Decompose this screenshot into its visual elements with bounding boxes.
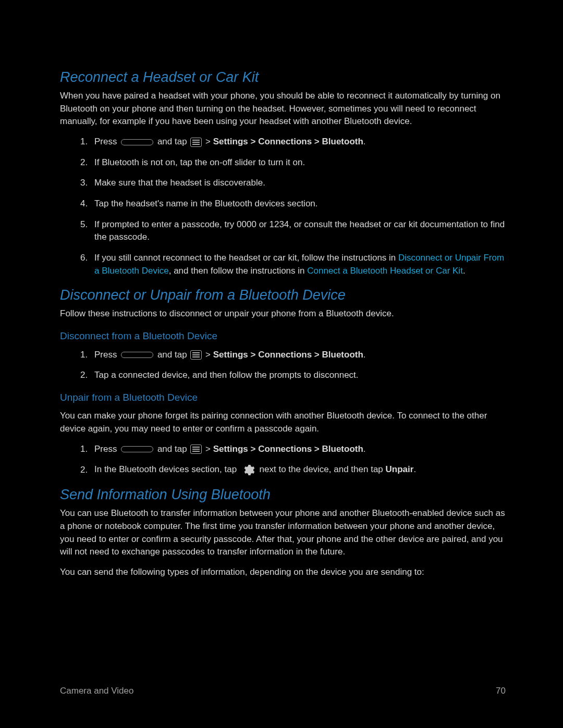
home-button-icon <box>121 350 153 360</box>
text: . <box>463 266 466 276</box>
text: . <box>363 137 366 146</box>
text: Press <box>94 444 119 454</box>
text: In the Bluetooth devices section, tap <box>94 465 239 475</box>
step-item: Tap the headset's name in the Bluetooth … <box>90 198 506 211</box>
text: , and then follow the instructions in <box>169 266 308 276</box>
step-item: If prompted to enter a passcode, try 000… <box>90 218 506 244</box>
send-info-para1: You can use Bluetooth to transfer inform… <box>60 507 506 559</box>
step-item: Press and tap > Settings > Connections >… <box>90 349 506 362</box>
heading-send-info: Send Information Using Bluetooth <box>60 485 506 505</box>
unpair-steps: Press and tap > Settings > Connections >… <box>60 443 506 477</box>
text: . <box>363 350 366 360</box>
text: If you still cannot reconnect to the hea… <box>94 253 398 263</box>
nav-path: Settings > Connections > Bluetooth <box>213 350 363 360</box>
unpair-label: Unpair <box>386 465 414 475</box>
text: and tap <box>155 444 189 454</box>
link-connect-headset[interactable]: Connect a Bluetooth Headset or Car Kit <box>307 266 463 276</box>
step-item: If Bluetooth is not on, tap the on-off s… <box>90 156 506 169</box>
step-item: Press and tap > Settings > Connections >… <box>90 135 506 149</box>
reconnect-intro: When you have paired a headset with your… <box>60 90 506 128</box>
subheading-disconnect: Disconnect from a Bluetooth Device <box>60 329 506 343</box>
step-item: Tap a connected device, and then follow … <box>90 369 506 382</box>
text: > <box>203 137 213 146</box>
text: Press <box>94 137 119 146</box>
page-footer: Camera and Video 70 <box>60 685 506 698</box>
disconnect-intro: Follow these instructions to disconnect … <box>60 307 506 320</box>
gear-icon <box>241 463 255 477</box>
text: Press <box>94 350 119 360</box>
text: > <box>203 350 213 360</box>
step-item: Press and tap > Settings > Connections >… <box>90 443 506 456</box>
text: . <box>363 444 366 454</box>
home-button-icon <box>121 445 153 454</box>
unpair-intro: You can make your phone forget its pairi… <box>60 410 506 435</box>
send-info-para2: You can send the following types of info… <box>60 566 506 579</box>
step-item: If you still cannot reconnect to the hea… <box>90 252 506 277</box>
footer-section-title: Camera and Video <box>60 685 133 698</box>
text: and tap <box>155 350 189 360</box>
text: and tap <box>155 137 189 146</box>
menu-icon <box>190 350 202 360</box>
menu-icon <box>190 445 202 454</box>
step-item: In the Bluetooth devices section, tap ne… <box>90 463 506 477</box>
text: > <box>203 444 213 454</box>
heading-disconnect-unpair: Disconnect or Unpair from a Bluetooth De… <box>60 285 506 305</box>
page-number: 70 <box>496 685 506 698</box>
menu-icon <box>190 138 202 147</box>
subheading-unpair: Unpair from a Bluetooth Device <box>60 390 506 405</box>
nav-path: Settings > Connections > Bluetooth <box>213 444 363 454</box>
reconnect-steps: Press and tap > Settings > Connections >… <box>60 135 506 277</box>
text: next to the device, and then tap <box>257 465 386 475</box>
heading-reconnect: Reconnect a Headset or Car Kit <box>60 67 506 88</box>
disconnect-steps: Press and tap > Settings > Connections >… <box>60 349 506 382</box>
text: . <box>413 465 416 475</box>
home-button-icon <box>121 138 153 147</box>
nav-path: Settings > Connections > Bluetooth <box>213 137 363 146</box>
step-item: Make sure that the headset is discoverab… <box>90 177 506 190</box>
